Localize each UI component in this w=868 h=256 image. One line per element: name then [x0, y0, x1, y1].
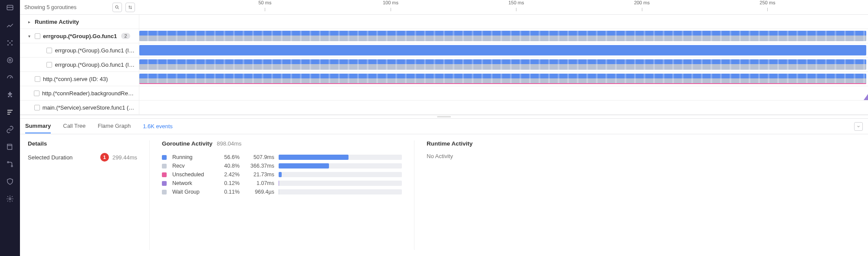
row-checkbox[interactable]: [46, 62, 52, 68]
activity-row: Network0.12%1.07ms: [162, 179, 402, 188]
activity-name: Recv: [172, 163, 211, 169]
count-badge: 2: [121, 33, 130, 39]
svg-line-18: [118, 8, 119, 9]
ruler-tick: 100 ms: [383, 0, 398, 5]
goroutine-row[interactable]: errgroup.(*Group).Go.func1 (ID: 45): [20, 58, 868, 72]
timeline-track[interactable]: [139, 43, 868, 57]
activity-row: Running56.6%507.9ms: [162, 153, 402, 162]
activity-row: Recv40.8%366.37ms: [162, 162, 402, 170]
nav-gauge-icon[interactable]: [5, 73, 15, 82]
timeline-track[interactable]: [139, 86, 868, 100]
row-label[interactable]: http.(*conn).serve (ID: 43): [20, 72, 139, 86]
activity-bar: [279, 189, 402, 194]
tab-summary[interactable]: Summary: [25, 119, 51, 133]
row-text: http.(*connReader).backgroundRead (ID: …: [42, 90, 135, 97]
svg-point-14: [7, 162, 9, 163]
nav-link-icon[interactable]: [5, 125, 15, 134]
runtime-activity-title: Runtime Activity: [427, 140, 848, 147]
color-swatch: [162, 164, 167, 169]
panel-resize-handle[interactable]: [20, 115, 868, 119]
activity-duration: 1.07ms: [244, 180, 274, 186]
goroutine-activity-total: 898.04ms: [217, 140, 242, 147]
chevron-right-icon[interactable]: ▸: [26, 19, 32, 24]
timeline-track[interactable]: [139, 29, 868, 43]
tab-flame-graph[interactable]: Flame Graph: [98, 119, 131, 133]
goroutine-activity-title: Goroutine Activity: [162, 140, 213, 147]
activity-name: Unscheduled: [172, 172, 211, 178]
activity-percent: 56.6%: [216, 154, 240, 160]
activity-row: Unscheduled2.42%21.73ms: [162, 170, 402, 179]
events-link[interactable]: 1.6K events: [143, 123, 173, 130]
nav-puzzle-icon[interactable]: [5, 90, 15, 100]
svg-point-15: [11, 165, 13, 167]
tab-call-tree[interactable]: Call Tree: [63, 119, 85, 133]
timeline-track[interactable]: [139, 58, 868, 71]
row-label[interactable]: errgroup.(*Group).Go.func1 (ID: 44): [20, 43, 139, 57]
row-label[interactable]: errgroup.(*Group).Go.func1 (ID: 45): [20, 58, 139, 71]
row-text: http.(*conn).serve (ID: 43): [43, 76, 108, 82]
svg-point-8: [9, 59, 11, 62]
row-text: Runtime Activity: [35, 19, 79, 25]
row-checkbox[interactable]: [34, 105, 40, 110]
activity-duration: 507.9ms: [244, 154, 274, 160]
row-checkbox[interactable]: [46, 48, 52, 53]
activity-bar: [279, 163, 402, 169]
details-title: Details: [28, 140, 137, 147]
goroutine-rows: ▸Runtime Activity▾errgroup.(*Group).Go.f…: [20, 15, 868, 115]
goroutine-row[interactable]: ▾errgroup.(*Group).Go.func12: [20, 29, 868, 43]
svg-point-3: [11, 40, 13, 42]
details-panel: Details Selected Duration 1 299.44ms: [28, 140, 149, 250]
activity-row: Wait Group0.11%969.4µs: [162, 188, 402, 196]
color-swatch: [162, 181, 167, 186]
row-checkbox[interactable]: [35, 76, 40, 82]
activity-duration: 366.37ms: [244, 163, 274, 169]
activity-bar: [279, 172, 402, 177]
selected-duration-value: 299.44ms: [112, 154, 137, 161]
goroutine-row[interactable]: errgroup.(*Group).Go.func1 (ID: 44): [20, 43, 868, 58]
ruler-tick: 50 ms: [258, 0, 271, 5]
timeline-track[interactable]: [139, 72, 868, 86]
row-label[interactable]: http.(*connReader).backgroundRead (ID: …: [20, 86, 139, 100]
goroutine-row[interactable]: ▸Runtime Activity: [20, 15, 868, 29]
nav-service-icon[interactable]: [5, 38, 15, 48]
row-label[interactable]: main.(*Service).serveStore.func1 (ID: 74…: [20, 100, 139, 114]
time-ruler[interactable]: 50 ms100 ms150 ms200 ms250 ms: [139, 0, 868, 15]
nav-settings-icon[interactable]: [5, 194, 15, 204]
collapse-panel-button[interactable]: [854, 122, 863, 131]
annotation-marker: 1: [100, 153, 109, 162]
goroutine-activity-panel: Goroutine Activity 898.04ms Running56.6%…: [149, 140, 414, 250]
goroutine-row[interactable]: main.(*Service).serveStore.func1 (ID: 74…: [20, 100, 868, 115]
row-label[interactable]: ▾errgroup.(*Group).Go.func12: [20, 29, 139, 43]
nav-profiling-icon[interactable]: [5, 107, 15, 117]
activity-percent: 40.8%: [216, 163, 240, 169]
activity-duration: 21.73ms: [244, 172, 274, 178]
nav-target-icon[interactable]: [5, 55, 15, 65]
nav-flow-icon[interactable]: [5, 159, 15, 169]
activity-percent: 0.11%: [216, 189, 240, 195]
goroutine-row[interactable]: http.(*conn).serve (ID: 43): [20, 72, 868, 86]
nav-book-icon[interactable]: [5, 142, 15, 152]
row-text: errgroup.(*Group).Go.func1: [43, 33, 117, 39]
activity-percent: 2.42%: [216, 172, 240, 178]
color-swatch: [162, 155, 167, 160]
row-text: main.(*Service).serveStore.func1 (ID: 74…: [43, 104, 135, 111]
search-button[interactable]: [112, 3, 122, 12]
ruler-tick: 250 ms: [760, 0, 775, 5]
nav-metrics-icon[interactable]: [5, 21, 15, 30]
row-label[interactable]: ▸Runtime Activity: [20, 15, 139, 29]
color-swatch: [162, 172, 167, 177]
svg-point-2: [7, 40, 9, 42]
nav-shield-icon[interactable]: [5, 177, 15, 186]
row-checkbox[interactable]: [34, 91, 39, 96]
timeline-track[interactable]: [139, 100, 868, 114]
activity-name: Wait Group: [172, 189, 211, 195]
row-text: errgroup.(*Group).Go.func1 (ID: 44): [55, 47, 135, 54]
color-swatch: [162, 190, 167, 194]
chevron-down-icon[interactable]: ▾: [26, 34, 32, 39]
nav-dashboard-icon[interactable]: [5, 3, 15, 13]
goroutine-row[interactable]: http.(*connReader).backgroundRead (ID: …: [20, 86, 868, 100]
sort-button[interactable]: [125, 3, 135, 12]
goroutine-count-label: Showing 5 goroutines: [24, 4, 109, 10]
row-checkbox[interactable]: [35, 33, 40, 39]
timeline-track[interactable]: [139, 15, 868, 29]
